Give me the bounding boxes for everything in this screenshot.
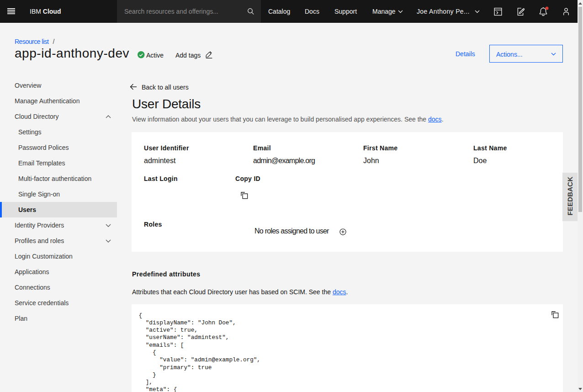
svg-text:FEEDBACK: FEEDBACK xyxy=(567,177,574,216)
